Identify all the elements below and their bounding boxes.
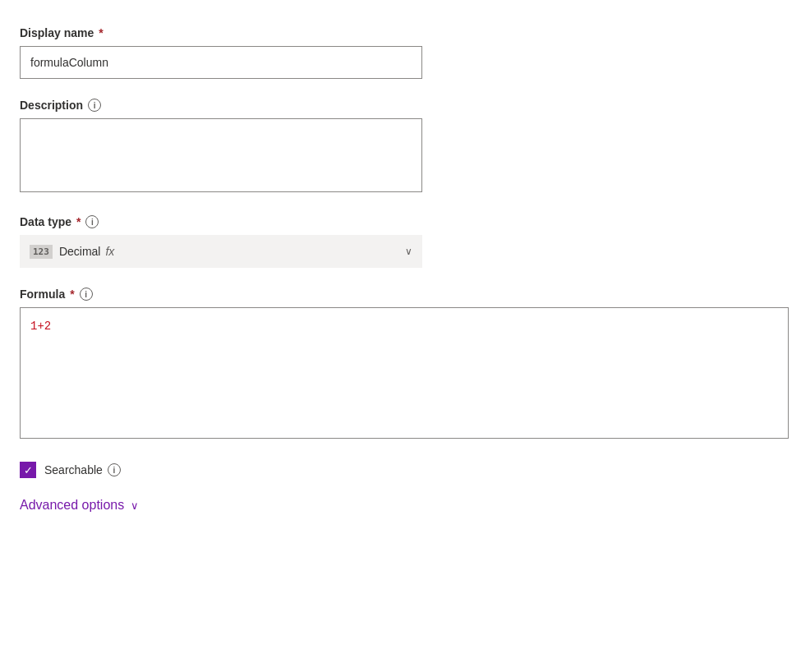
formula-label: Formula * i [20,288,781,301]
data-type-chevron: ∨ [405,246,412,257]
data-type-dropdown[interactable]: 123 Decimal fx ∨ [20,235,422,268]
data-type-label-text: Data type [20,215,71,228]
formula-label-text: Formula [20,288,65,301]
data-type-icon: 123 [30,245,53,259]
description-info-icon[interactable]: i [88,99,101,112]
display-name-required: * [99,26,103,39]
data-type-info-icon[interactable]: i [85,215,99,228]
description-input[interactable] [20,118,422,192]
form-container: Display name * Description i Data type *… [20,26,781,513]
formula-required: * [70,288,74,301]
data-type-label: Data type * i [20,215,781,228]
formula-info-icon[interactable]: i [80,288,93,301]
description-group: Description i [20,99,781,196]
searchable-label: Searchable i [44,463,121,476]
data-type-selected-label: Decimal fx [59,245,405,258]
searchable-info-icon[interactable]: i [108,463,121,476]
description-label-text: Description [20,99,83,112]
display-name-label: Display name * [20,26,781,39]
display-name-input[interactable] [20,46,422,79]
formula-box-wrapper: 1+2 [20,307,789,442]
data-type-required: * [76,215,81,228]
display-name-label-text: Display name [20,26,94,39]
searchable-row: ✓ Searchable i [20,462,781,478]
checkbox-checkmark: ✓ [24,465,33,476]
description-label: Description i [20,99,781,112]
formula-group: Formula * i 1+2 [20,288,781,442]
fx-icon: fx [105,245,114,258]
data-type-group: Data type * i 123 Decimal fx ∨ [20,215,781,268]
formula-input[interactable]: 1+2 [20,307,789,439]
advanced-options-chevron: ∨ [131,499,139,512]
advanced-options-row[interactable]: Advanced options ∨ [20,498,781,513]
advanced-options-label: Advanced options [20,498,124,513]
searchable-checkbox[interactable]: ✓ [20,462,36,478]
display-name-group: Display name * [20,26,781,79]
